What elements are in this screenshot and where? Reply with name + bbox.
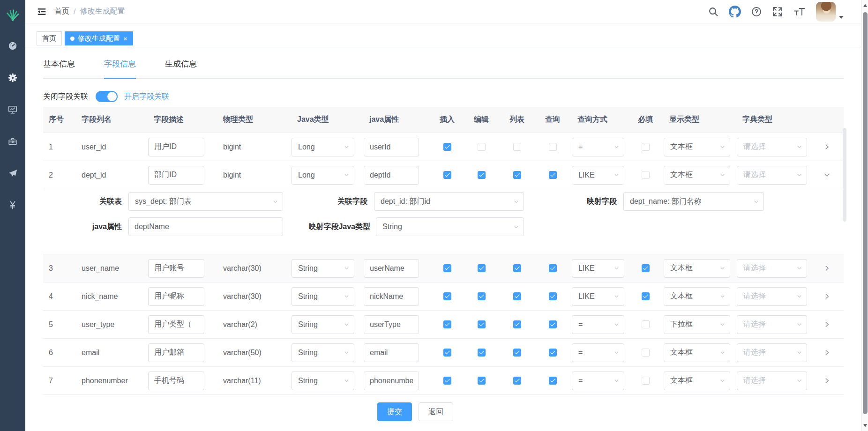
- help-icon[interactable]: [751, 6, 762, 17]
- sidebar-item-tools[interactable]: [0, 126, 25, 157]
- java-type-select[interactable]: Long: [292, 138, 354, 156]
- java-type-select[interactable]: String: [292, 343, 354, 362]
- tab-basic-info[interactable]: 基本信息: [43, 59, 75, 78]
- field-description-input[interactable]: [148, 372, 204, 390]
- edit-checkbox[interactable]: [478, 264, 486, 272]
- edit-checkbox[interactable]: [478, 320, 486, 328]
- java-attr-input[interactable]: [364, 372, 419, 390]
- sidebar-item-monitor[interactable]: [0, 94, 25, 126]
- tab-field-info[interactable]: 字段信息: [104, 59, 136, 78]
- java-attr-input[interactable]: [364, 287, 419, 306]
- github-icon[interactable]: [729, 6, 741, 18]
- dict-type-select[interactable]: 请选择: [737, 343, 807, 362]
- field-description-input[interactable]: [148, 166, 204, 185]
- display-type-select[interactable]: 文本框: [664, 138, 730, 156]
- insert-checkbox[interactable]: [443, 292, 451, 300]
- expand-row-button[interactable]: [823, 377, 831, 384]
- collapse-sidebar-button[interactable]: [37, 7, 47, 17]
- query-type-select[interactable]: LIKE: [572, 259, 624, 278]
- query-type-select[interactable]: =: [572, 343, 624, 362]
- display-type-select[interactable]: 下拉框: [664, 315, 730, 334]
- insert-checkbox[interactable]: [443, 264, 451, 272]
- dict-type-select[interactable]: 请选择: [737, 372, 807, 390]
- required-checkbox[interactable]: [642, 292, 650, 300]
- query-type-select[interactable]: =: [572, 138, 624, 156]
- list-checkbox[interactable]: [513, 320, 521, 328]
- fullscreen-icon[interactable]: [772, 6, 783, 17]
- sidebar-item-guide[interactable]: [0, 157, 25, 189]
- search-icon[interactable]: [708, 6, 719, 17]
- required-checkbox[interactable]: [642, 171, 650, 179]
- java-type-select[interactable]: Long: [292, 166, 354, 185]
- edit-checkbox[interactable]: [478, 292, 486, 300]
- query-type-select[interactable]: =: [572, 372, 624, 390]
- required-checkbox[interactable]: [642, 143, 650, 151]
- submit-button[interactable]: 提交: [377, 402, 412, 421]
- java-attr-input[interactable]: [364, 138, 419, 156]
- dict-type-select[interactable]: 请选择: [737, 259, 807, 278]
- app-logo[interactable]: [0, 0, 25, 30]
- java-attr-input[interactable]: [364, 315, 419, 334]
- insert-checkbox[interactable]: [443, 377, 451, 385]
- list-checkbox[interactable]: [513, 292, 521, 300]
- query-checkbox[interactable]: [549, 264, 557, 272]
- page-scrollbar-thumb[interactable]: [863, 12, 868, 414]
- edit-checkbox[interactable]: [478, 377, 486, 385]
- scroll-down-arrow-icon[interactable]: [863, 424, 867, 427]
- dict-type-select[interactable]: 请选择: [737, 138, 807, 156]
- sidebar-item-dashboard[interactable]: [0, 30, 25, 62]
- table-scrollbar-thumb[interactable]: [843, 128, 846, 222]
- list-checkbox[interactable]: [513, 171, 521, 179]
- display-type-select[interactable]: 文本框: [664, 372, 730, 390]
- required-checkbox[interactable]: [642, 320, 650, 328]
- dict-type-select[interactable]: 请选择: [737, 287, 807, 306]
- tab-generate-info[interactable]: 生成信息: [165, 59, 197, 78]
- java-attr-input[interactable]: [364, 259, 419, 278]
- relation-table-select[interactable]: sys_dept: 部门表: [128, 192, 283, 211]
- field-description-input[interactable]: [148, 138, 204, 156]
- breadcrumb-home[interactable]: 首页: [54, 7, 69, 16]
- page-scrollbar[interactable]: [861, 0, 868, 431]
- java-type-select[interactable]: String: [292, 372, 354, 390]
- display-type-select[interactable]: 文本框: [664, 259, 730, 278]
- list-checkbox[interactable]: [513, 264, 521, 272]
- java-attr-input[interactable]: [364, 166, 419, 185]
- field-description-input[interactable]: [148, 287, 204, 306]
- tag-current-page[interactable]: 修改生成配置 ×: [65, 31, 133, 45]
- java-type-select[interactable]: String: [292, 259, 354, 278]
- mapping-java-type-select[interactable]: String: [376, 217, 524, 236]
- field-description-input[interactable]: [148, 259, 204, 278]
- query-checkbox[interactable]: [549, 377, 557, 385]
- sidebar-item-pay[interactable]: [0, 189, 25, 221]
- mapping-java-attr-input[interactable]: [128, 217, 283, 236]
- font-size-icon[interactable]: [793, 6, 806, 17]
- dict-type-select[interactable]: 请选择: [737, 166, 807, 185]
- close-tab-icon[interactable]: ×: [123, 35, 127, 42]
- dict-type-select[interactable]: 请选择: [737, 315, 807, 334]
- required-checkbox[interactable]: [642, 264, 650, 272]
- field-description-input[interactable]: [148, 343, 204, 362]
- avatar[interactable]: [816, 2, 836, 22]
- java-attr-input[interactable]: [364, 343, 419, 362]
- edit-checkbox[interactable]: [478, 143, 486, 151]
- expand-row-button[interactable]: [823, 265, 831, 272]
- back-button[interactable]: 返回: [419, 402, 453, 421]
- insert-checkbox[interactable]: [443, 320, 451, 328]
- edit-checkbox[interactable]: [478, 349, 486, 357]
- required-checkbox[interactable]: [642, 349, 650, 357]
- list-checkbox[interactable]: [513, 377, 521, 385]
- display-type-select[interactable]: 文本框: [664, 343, 730, 362]
- query-type-select[interactable]: LIKE: [572, 287, 624, 306]
- java-type-select[interactable]: String: [292, 287, 354, 306]
- list-checkbox[interactable]: [513, 349, 521, 357]
- query-checkbox[interactable]: [549, 171, 557, 179]
- scroll-up-arrow-icon[interactable]: [863, 4, 867, 7]
- query-checkbox[interactable]: [549, 292, 557, 300]
- query-checkbox[interactable]: [549, 143, 557, 151]
- relation-column-select[interactable]: dept_id: 部门id: [374, 192, 524, 211]
- edit-checkbox[interactable]: [478, 171, 486, 179]
- display-type-select[interactable]: 文本框: [664, 166, 730, 185]
- mapping-column-select[interactable]: dept_name: 部门名称: [623, 192, 764, 211]
- expand-row-button[interactable]: [823, 143, 831, 150]
- query-checkbox[interactable]: [549, 349, 557, 357]
